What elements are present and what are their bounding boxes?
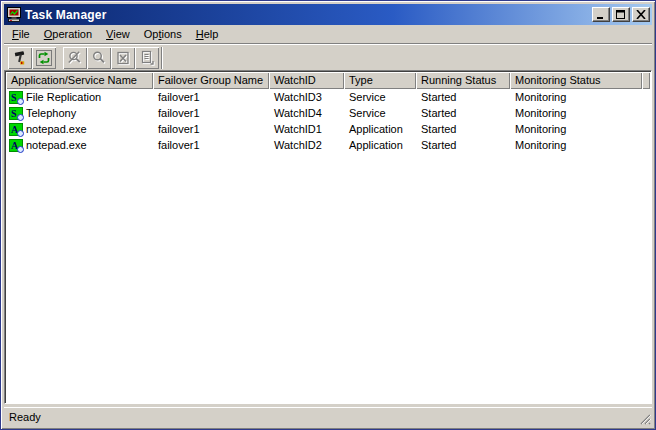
cell-group: failover1 [153,105,269,121]
table-row[interactable]: S File Replication failover1 WatchID3 Se… [6,89,650,105]
cell-group: failover1 [153,89,269,105]
minimize-icon [596,10,606,19]
statusbar: Ready [4,407,652,426]
cell-name: S Telephony [6,105,153,121]
application-watch-icon: A [9,139,23,152]
cell-watchid: WatchID4 [269,105,344,121]
cell-type: Application [344,137,416,153]
toolbar-refresh-button[interactable] [32,47,56,69]
maximize-button[interactable] [612,7,630,22]
service-watch-icon: S [9,91,23,104]
close-button[interactable] [632,7,650,22]
document-lines-icon [139,50,155,66]
column-header-monitoring-status[interactable]: Monitoring Status [510,72,642,89]
service-watch-icon: S [9,107,23,120]
table-row[interactable]: A notepad.exe failover1 WatchID2 Applica… [6,137,650,153]
menubar: File Operation View Options Help [4,25,652,43]
magnifier-overlay-icon [17,98,24,105]
toolbar-magnifier-button[interactable] [87,47,111,69]
magnifier-icon [91,50,107,66]
cell-monitoring-status: Monitoring [510,137,642,153]
cell-monitoring-status: Monitoring [510,89,642,105]
cell-watchid: WatchID3 [269,89,344,105]
cell-running-status: Started [416,137,510,153]
window-title: Task Manager [25,8,590,22]
column-header-filler [642,72,650,89]
watch-list: Application/Service Name Failover Group … [4,70,652,404]
cell-running-status: Started [416,89,510,105]
crossed-magnifier-icon [67,50,83,66]
column-header-type[interactable]: Type [344,72,416,89]
cell-type: Service [344,89,416,105]
maximize-icon [616,10,626,19]
table-row[interactable]: A notepad.exe failover1 WatchID1 Applica… [6,121,650,137]
titlebar[interactable]: Task Manager [4,4,652,25]
toolbar-document-button[interactable] [135,47,159,69]
toolbar [4,43,652,70]
toolbar-x-box-button[interactable] [111,47,135,69]
refresh-arrows-icon [36,50,52,66]
cell-running-status: Started [416,105,510,121]
cell-name: S File Replication [6,89,153,105]
menu-operation[interactable]: Operation [37,26,99,43]
menu-options[interactable]: Options [137,26,189,43]
magnifier-overlay-icon [17,130,24,137]
cell-running-status: Started [416,121,510,137]
list-body: S File Replication failover1 WatchID3 Se… [6,89,650,402]
menu-file[interactable]: File [5,26,37,43]
status-text: Ready [9,411,41,423]
cell-monitoring-status: Monitoring [510,121,642,137]
cell-group: failover1 [153,137,269,153]
table-row[interactable]: S Telephony failover1 WatchID4 Service S… [6,105,650,121]
task-manager-window: Task Manager File Operation View Options… [0,0,656,430]
monitor-app-icon [6,7,22,23]
resize-grip[interactable] [637,411,651,425]
hammer-icon [12,50,28,66]
toolbar-crossed-magnifier-button[interactable] [63,47,87,69]
column-header-running-status[interactable]: Running Status [416,72,510,89]
cell-type: Application [344,121,416,137]
x-box-icon [115,50,131,66]
cell-monitoring-status: Monitoring [510,105,642,121]
column-header-application-service-name[interactable]: Application/Service Name [6,72,153,89]
menu-help[interactable]: Help [189,26,226,43]
column-header-failover-group-name[interactable]: Failover Group Name [153,72,269,89]
magnifier-overlay-icon [17,114,24,121]
cell-name: A notepad.exe [6,121,153,137]
cell-name: A notepad.exe [6,137,153,153]
close-icon [636,10,646,19]
toolbar-separator [161,47,163,69]
cell-type: Service [344,105,416,121]
cell-watchid: WatchID2 [269,137,344,153]
list-header: Application/Service Name Failover Group … [6,72,650,89]
minimize-button[interactable] [592,7,610,22]
magnifier-overlay-icon [17,146,24,153]
menu-view[interactable]: View [99,26,137,43]
cell-group: failover1 [153,121,269,137]
toolbar-hammer-button[interactable] [8,47,32,69]
cell-watchid: WatchID1 [269,121,344,137]
application-watch-icon: A [9,123,23,136]
column-header-watchid[interactable]: WatchID [269,72,344,89]
